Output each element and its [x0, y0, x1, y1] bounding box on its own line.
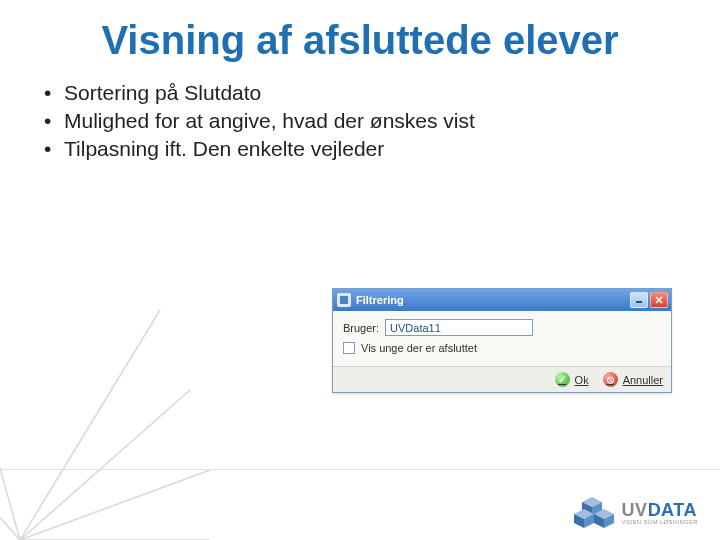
user-label: Bruger:	[343, 322, 379, 334]
ok-label: Ok	[575, 374, 589, 386]
divider	[0, 469, 720, 470]
close-button[interactable]	[650, 292, 668, 308]
svg-line-1	[20, 390, 190, 540]
svg-line-5	[0, 450, 20, 540]
page-title: Visning af afsluttede elever	[0, 0, 720, 63]
svg-line-4	[0, 360, 20, 540]
show-completed-label: Vis unge der er afsluttet	[361, 342, 477, 354]
cancel-label: Annuller	[623, 374, 663, 386]
bullet-item: Mulighed for at angive, hvad der ønskes …	[44, 109, 720, 133]
svg-line-2	[20, 470, 210, 540]
filter-dialog: Filtrering Bruger: Vis unge der er afslu…	[332, 288, 672, 393]
show-completed-checkbox[interactable]	[343, 342, 355, 354]
brand-tagline: VIDEN SOM LØSNINGER	[622, 519, 698, 525]
bullet-item: Sortering på Slutdato	[44, 81, 720, 105]
minimize-button[interactable]	[630, 292, 648, 308]
svg-line-0	[20, 310, 160, 540]
cancel-button[interactable]: Annuller	[603, 372, 663, 387]
bullet-list: Sortering på Slutdato Mulighed for at an…	[44, 81, 720, 161]
check-icon	[555, 372, 570, 387]
brand-grey: UV	[622, 500, 648, 520]
svg-rect-7	[636, 301, 642, 303]
app-icon	[337, 293, 351, 307]
cancel-icon	[603, 372, 618, 387]
cubes-icon	[570, 496, 614, 530]
dialog-titlebar: Filtrering	[333, 289, 671, 311]
ok-button[interactable]: Ok	[555, 372, 589, 387]
dialog-footer: Ok Annuller	[333, 366, 671, 392]
brand-logo: UVDATA VIDEN SOM LØSNINGER	[570, 496, 698, 530]
bullet-item: Tilpasning ift. Den enkelte vejleder	[44, 137, 720, 161]
dialog-title: Filtrering	[356, 294, 628, 306]
brand-blue: DATA	[648, 500, 697, 520]
brand-text: UVDATA VIDEN SOM LØSNINGER	[622, 501, 698, 525]
svg-rect-6	[340, 296, 348, 304]
dialog-body: Bruger: Vis unge der er afsluttet	[333, 311, 671, 366]
decorative-lines	[0, 300, 220, 540]
user-input[interactable]	[385, 319, 533, 336]
